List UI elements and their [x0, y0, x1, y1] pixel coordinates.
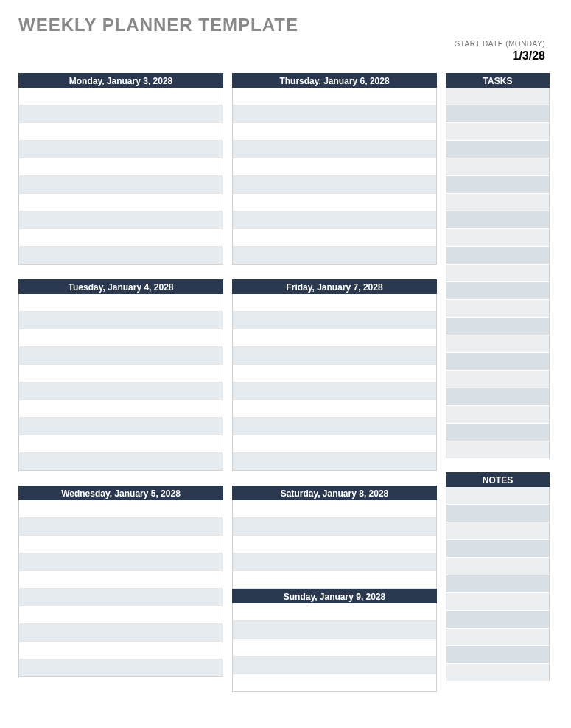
day-header-wednesday: Wednesday, January 5, 2028 — [18, 486, 223, 500]
planner-row[interactable] — [232, 418, 437, 435]
planner-row[interactable] — [18, 176, 223, 194]
planner-row[interactable] — [232, 536, 437, 553]
list-row[interactable] — [446, 318, 550, 335]
list-row[interactable] — [446, 664, 550, 682]
planner-row[interactable] — [232, 194, 437, 211]
planner-row[interactable] — [232, 382, 437, 400]
planner-row[interactable] — [18, 553, 223, 571]
list-row[interactable] — [446, 88, 550, 105]
list-row[interactable] — [446, 487, 550, 505]
planner-row[interactable] — [232, 453, 437, 471]
planner-row[interactable] — [18, 123, 223, 141]
planner-row[interactable] — [18, 141, 223, 158]
list-row[interactable] — [446, 194, 550, 211]
planner-row[interactable] — [18, 329, 223, 347]
planner-row[interactable] — [18, 294, 223, 312]
list-row[interactable] — [446, 406, 550, 424]
list-row[interactable] — [446, 540, 550, 558]
planner-row[interactable] — [18, 500, 223, 518]
planner-row[interactable] — [232, 347, 437, 365]
planner-row[interactable] — [18, 589, 223, 606]
planner-row[interactable] — [232, 571, 437, 589]
list-row[interactable] — [446, 176, 550, 194]
list-row[interactable] — [446, 558, 550, 575]
planner-row[interactable] — [18, 624, 223, 642]
planner-row[interactable] — [18, 400, 223, 418]
planner-row[interactable] — [18, 312, 223, 329]
list-row[interactable] — [446, 335, 550, 353]
column-left: Monday, January 3, 2028 Tuesday, January… — [18, 73, 223, 707]
planner-row[interactable] — [232, 211, 437, 229]
list-row[interactable] — [446, 158, 550, 176]
planner-row[interactable] — [18, 229, 223, 247]
list-row[interactable] — [446, 282, 550, 300]
planner-row[interactable] — [232, 621, 437, 639]
list-row[interactable] — [446, 505, 550, 522]
planner-row[interactable] — [232, 141, 437, 158]
page-title: WEEKLY PLANNER TEMPLATE — [18, 15, 553, 35]
planner-row[interactable] — [232, 312, 437, 329]
planner-row[interactable] — [232, 229, 437, 247]
planner-row[interactable] — [18, 435, 223, 453]
list-row[interactable] — [446, 123, 550, 141]
planner-row[interactable] — [232, 329, 437, 347]
planner-row[interactable] — [232, 158, 437, 176]
planner-row[interactable] — [232, 88, 437, 105]
list-row[interactable] — [446, 211, 550, 229]
planner-row[interactable] — [232, 603, 437, 621]
planner-row[interactable] — [232, 518, 437, 536]
planner-row[interactable] — [232, 657, 437, 674]
planner-row[interactable] — [18, 571, 223, 589]
planner-row[interactable] — [232, 400, 437, 418]
planner-row[interactable] — [18, 453, 223, 471]
planner-row[interactable] — [232, 176, 437, 194]
list-row[interactable] — [446, 141, 550, 158]
planner-row[interactable] — [232, 294, 437, 312]
list-row[interactable] — [446, 265, 550, 282]
planner-row[interactable] — [18, 347, 223, 365]
planner-row[interactable] — [232, 123, 437, 141]
list-row[interactable] — [446, 105, 550, 123]
start-date-value[interactable]: 1/3/28 — [18, 49, 545, 63]
list-row[interactable] — [446, 575, 550, 593]
planner-row[interactable] — [18, 418, 223, 435]
list-row[interactable] — [446, 424, 550, 441]
planner-row[interactable] — [18, 211, 223, 229]
planner-row[interactable] — [18, 194, 223, 211]
planner-row[interactable] — [232, 553, 437, 571]
list-row[interactable] — [446, 593, 550, 611]
planner-row[interactable] — [232, 365, 437, 382]
list-row[interactable] — [446, 300, 550, 318]
list-row[interactable] — [446, 646, 550, 664]
planner-row[interactable] — [18, 518, 223, 536]
list-row[interactable] — [446, 629, 550, 646]
planner-row[interactable] — [18, 606, 223, 624]
planner-row[interactable] — [232, 247, 437, 265]
list-row[interactable] — [446, 229, 550, 247]
list-row[interactable] — [446, 441, 550, 459]
list-row[interactable] — [446, 522, 550, 540]
planner-row[interactable] — [18, 105, 223, 123]
planner-row[interactable] — [232, 639, 437, 657]
list-row[interactable] — [446, 353, 550, 371]
list-row[interactable] — [446, 247, 550, 265]
list-row[interactable] — [446, 371, 550, 388]
planner-row[interactable] — [18, 659, 223, 677]
list-row[interactable] — [446, 388, 550, 406]
list-row[interactable] — [446, 611, 550, 629]
day-rows — [18, 500, 223, 677]
day-block-thursday: Thursday, January 6, 2028 — [232, 73, 437, 265]
planner-row[interactable] — [18, 642, 223, 659]
planner-row[interactable] — [232, 500, 437, 518]
planner-row[interactable] — [232, 105, 437, 123]
planner-row[interactable] — [18, 365, 223, 382]
planner-row[interactable] — [18, 158, 223, 176]
planner-row[interactable] — [18, 536, 223, 553]
notes-rows — [446, 487, 550, 682]
planner-row[interactable] — [232, 674, 437, 692]
planner-row[interactable] — [18, 88, 223, 105]
planner-row[interactable] — [18, 247, 223, 265]
planner-row[interactable] — [18, 382, 223, 400]
day-block-weekend: Saturday, January 8, 2028 Sunday, Januar… — [232, 486, 437, 692]
planner-row[interactable] — [232, 435, 437, 453]
